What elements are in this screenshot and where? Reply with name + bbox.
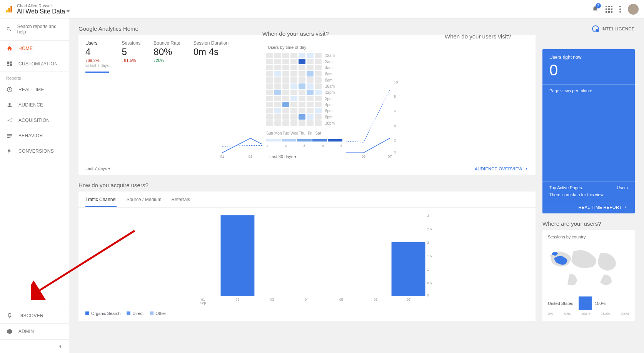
ac-tab-source[interactable]: Source / Medium [127, 197, 162, 207]
svg-text:10: 10 [394, 80, 398, 84]
heat-cell [274, 65, 281, 70]
heat-cell [290, 102, 297, 107]
heat-cell [274, 90, 281, 95]
svg-text:0.5: 0.5 [427, 281, 432, 285]
acquisition-card: Traffic Channel Source / Medium Referral… [78, 191, 536, 321]
section-label-reports: Reports [0, 72, 69, 82]
notif-badge: 2 [596, 3, 601, 8]
rt-value: 0 [549, 62, 628, 79]
heat-cell [307, 65, 314, 70]
clock-icon [7, 87, 13, 93]
heat-cell [307, 59, 314, 64]
sidebar-item-home[interactable]: HOME [0, 41, 69, 56]
view-name[interactable]: All Web Site Data [17, 8, 70, 15]
svg-text:4: 4 [394, 123, 396, 128]
sidebar-item-admin[interactable]: ADMIN [0, 324, 69, 339]
ov-tab-bounce[interactable]: Bounce Rate 80% ↓20% [153, 40, 180, 73]
svg-text:0: 0 [427, 293, 429, 297]
apps-icon[interactable] [606, 6, 612, 13]
ac-tab-referrals[interactable]: Referrals [171, 197, 190, 207]
heat-cell [299, 90, 305, 95]
heat-cell [274, 96, 281, 101]
notifications-button[interactable]: 2 [592, 5, 599, 13]
heat-cell [299, 96, 305, 101]
logo-area[interactable]: Chad Allen Russell All Web Site Data [5, 3, 70, 15]
rt-label: Users right now [549, 55, 628, 60]
heatmap-range-selector[interactable]: Last 30 days ▾ [269, 154, 297, 159]
heat-cell [315, 53, 322, 58]
heat-cell [315, 65, 322, 70]
heat-cell [290, 83, 297, 89]
world-map [546, 244, 632, 290]
heat-cell [266, 90, 273, 95]
sidebar-item-customization[interactable]: CUSTOMIZATION [0, 56, 69, 72]
sidebar-item-acquisition[interactable]: ACQUISITION [0, 113, 69, 128]
home-icon [7, 45, 13, 52]
heat-cell [290, 65, 297, 70]
ov-tab-duration[interactable]: Session Duration 0m 4s - [194, 40, 229, 73]
avatar[interactable] [628, 4, 639, 15]
heat-cell [315, 71, 322, 77]
intelligence-link[interactable]: INTELLIGENCE [542, 25, 635, 32]
audience-overview-link[interactable]: AUDIENCE OVERVIEW [475, 167, 529, 171]
svg-rect-2 [10, 6, 12, 12]
heat-cell [299, 53, 305, 58]
svg-rect-32 [392, 242, 425, 296]
heat-cell [274, 120, 281, 126]
chevron-down-icon [67, 10, 70, 12]
rt-top-pages: Top Active Pages [549, 185, 582, 190]
geo-subtitle: Sessions by country [542, 230, 635, 241]
ov-tab-users[interactable]: Users 4 ↓69.2% vs last 7 days [85, 40, 109, 73]
sidebar-item-conversions[interactable]: CONVERSIONS [0, 143, 69, 159]
overflow-menu-icon[interactable] [619, 6, 621, 13]
heat-cell [290, 90, 297, 95]
heat-cell [266, 65, 273, 70]
heat-cell [266, 71, 273, 77]
ov-tab-sessions[interactable]: Sessions 5 ↓61.5% [122, 40, 141, 73]
geo-country: United States [548, 301, 576, 306]
heat-cell [299, 65, 305, 70]
gear-icon [7, 328, 13, 335]
svg-text:05: 05 [339, 298, 343, 301]
heat-cell [307, 102, 314, 107]
dashboard-icon [7, 61, 13, 67]
sidebar-collapse-button[interactable] [0, 339, 69, 353]
geo-bar [579, 296, 592, 310]
bulb-icon [7, 313, 13, 319]
heatmap-card: When do your users visit? Users by time … [262, 40, 346, 163]
heat-cell [315, 114, 322, 120]
heat-cell [299, 77, 305, 83]
heat-cell [282, 96, 289, 101]
heat-cell [307, 77, 314, 83]
svg-text:02: 02 [236, 298, 240, 301]
sidebar-item-label: HOME [18, 46, 33, 51]
heat-cell [315, 96, 322, 101]
sidebar-item-label: REAL-TIME [18, 87, 44, 92]
svg-text:Sep: Sep [219, 158, 225, 158]
overview-range-selector[interactable]: Last 7 days ▾ [85, 166, 110, 171]
svg-rect-8 [7, 135, 12, 136]
heat-cell [307, 114, 314, 120]
heat-cell [299, 120, 305, 126]
svg-point-5 [11, 118, 12, 120]
sidebar-item-realtime[interactable]: REAL-TIME [0, 82, 69, 97]
heat-cell [315, 90, 322, 95]
heat-cell [274, 59, 281, 64]
geo-card: Sessions by country United States [542, 230, 635, 321]
sidebar-item-label: BEHAVIOR [18, 133, 43, 138]
flag-icon [7, 148, 13, 154]
svg-text:06: 06 [374, 298, 378, 301]
sidebar-item-behavior[interactable]: BEHAVIOR [0, 128, 69, 143]
realtime-report-link[interactable]: REAL-TIME REPORT [542, 201, 635, 213]
heat-cell [266, 77, 273, 83]
search-input[interactable]: Search reports and help [0, 18, 69, 40]
heatmap-title: When do your users visit? [445, 33, 533, 40]
heat-cell [315, 77, 322, 83]
realtime-card: Users right now 0 Page views per minute … [542, 49, 635, 213]
heat-cell [315, 83, 322, 89]
sidebar-item-audience[interactable]: AUDIENCE [0, 97, 69, 113]
sidebar-item-label: CUSTOMIZATION [18, 61, 58, 67]
sidebar-item-discover[interactable]: DISCOVER [0, 308, 69, 323]
heat-cell [307, 71, 314, 77]
ac-tab-channel[interactable]: Traffic Channel [85, 197, 117, 207]
